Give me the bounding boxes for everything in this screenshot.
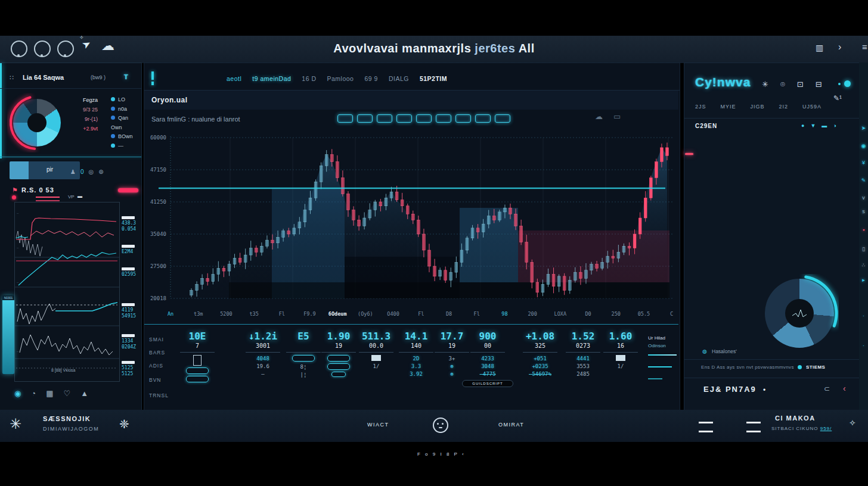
- svg-text:–: –: [17, 246, 19, 250]
- pill-icon[interactable]: [327, 355, 350, 362]
- sidebar-tool-icon[interactable]: ◔: [31, 389, 36, 398]
- sketch-icon[interactable]: ✎¹: [833, 94, 842, 102]
- menu-lines-icon[interactable]: [746, 422, 761, 432]
- pill-icon[interactable]: [327, 363, 350, 370]
- brush-icon[interactable]: [455, 114, 471, 123]
- svg-text:20018: 20018: [150, 295, 166, 301]
- curve-icon[interactable]: [475, 114, 491, 123]
- menu-item-6[interactable]: DIALG: [389, 75, 409, 82]
- sidebar-tool-icon[interactable]: ◉: [14, 389, 21, 398]
- thumb-action-icon[interactable]: ⊛: [98, 169, 103, 175]
- currency-icon[interactable]: ¥: [859, 160, 868, 166]
- tab-jigb[interactable]: JIGB: [751, 104, 765, 110]
- bars-icon[interactable]: [337, 114, 353, 123]
- menu-item-7[interactable]: 51P2TIM: [420, 75, 447, 82]
- cloud-icon[interactable]: ☁: [595, 112, 613, 121]
- menu-item-2[interactable]: t9 ameinDad: [252, 75, 291, 82]
- svg-text:LOXA: LOXA: [554, 311, 566, 317]
- s-icon[interactable]: s: [859, 208, 868, 214]
- pin-toggle[interactable]: T: [124, 73, 128, 80]
- pen-icon[interactable]: [377, 114, 392, 123]
- menu-item-3[interactable]: 16 D: [302, 75, 316, 82]
- dot-icon[interactable]: ·: [859, 313, 868, 319]
- svg-text:60000: 60000: [150, 135, 166, 141]
- pill-icon[interactable]: [186, 376, 209, 382]
- chevron-icon[interactable]: v: [859, 195, 868, 201]
- stat-column-1[interactable]: 10E7: [170, 331, 225, 384]
- plane-icon[interactable]: ➤: [859, 125, 868, 131]
- pill-icon[interactable]: [331, 372, 346, 377]
- lock-icon[interactable]: ⌾: [780, 80, 785, 89]
- collapse-icon[interactable]: ⊂: [824, 385, 830, 393]
- legend-key[interactable]: n0a: [111, 105, 141, 114]
- legend-key[interactable]: —: [111, 142, 141, 151]
- status-toggle[interactable]: [844, 80, 851, 87]
- tab-uj59a[interactable]: UJ59A: [802, 104, 822, 110]
- chevron-right-icon[interactable]: ›: [838, 42, 841, 52]
- grip-icon[interactable]: ∷: [10, 74, 14, 82]
- axis-value: 5125: [122, 371, 135, 377]
- panel-icon[interactable]: ▯: [859, 246, 868, 252]
- sparkline-frame: –––––: [14, 202, 120, 382]
- status-bar: ✳ SÆSSNOJIK DIMIAWIJAOGOM ❈ WIACT OMIRAT…: [0, 410, 868, 442]
- droplet-icon: [12, 195, 16, 200]
- sidebar-tool-icon[interactable]: ▲: [80, 389, 88, 398]
- dots-icon[interactable]: ∴: [859, 262, 868, 268]
- script-pill[interactable]: GUILDSCRIPT: [462, 380, 513, 387]
- face-icon[interactable]: [433, 418, 448, 433]
- stat-big-value: 1.60: [593, 331, 648, 342]
- menu-item-4[interactable]: Pamlooo: [327, 75, 354, 82]
- alert-pill[interactable]: [118, 188, 138, 192]
- play-icon[interactable]: ▸: [859, 277, 868, 283]
- frame-icon[interactable]: ▭: [613, 112, 631, 121]
- preview-thumbnail[interactable]: [10, 161, 80, 179]
- risk-donut-arc: [760, 274, 839, 353]
- snow-icon[interactable]: ❈: [119, 417, 129, 431]
- edit-icon[interactable]: ✎: [859, 177, 868, 183]
- tab-myie[interactable]: MYIE: [721, 104, 736, 110]
- gear-icon[interactable]: ✳: [762, 80, 768, 89]
- tab-2js[interactable]: 2JS: [695, 104, 706, 110]
- thumb-action-icon[interactable]: ♟: [70, 169, 76, 175]
- box-icon[interactable]: [416, 114, 432, 123]
- status-wiact[interactable]: WIACT: [367, 422, 389, 428]
- wave-icon[interactable]: [357, 114, 373, 123]
- back-icon[interactable]: ‹: [843, 384, 846, 393]
- sidebar-tool-icon[interactable]: ♡: [64, 389, 71, 398]
- vp-label: VP: [68, 194, 75, 200]
- flag-icon[interactable]: [436, 114, 451, 123]
- accent-sliver: [0, 63, 2, 158]
- vertical-scrollbar[interactable]: N0301: [2, 295, 14, 374]
- dock-left-icon[interactable]: [699, 422, 713, 432]
- sidebar-title: Lia 64 Saqwa: [23, 74, 64, 81]
- legend-key[interactable]: LO: [111, 95, 141, 105]
- status-omirat[interactable]: OMIRAT: [498, 422, 524, 428]
- columns-icon[interactable]: ▥: [816, 43, 823, 52]
- svg-text:t35: t35: [249, 311, 258, 317]
- footer-link[interactable]: 959/: [820, 426, 832, 431]
- sparkline-chart[interactable]: –––––: [15, 202, 119, 381]
- alert-icon[interactable]: ▪: [859, 227, 868, 233]
- tag-icon[interactable]: [495, 114, 510, 123]
- sparkle-icon[interactable]: ✧: [849, 418, 856, 428]
- legend-key[interactable]: Qan: [111, 114, 141, 123]
- burst-icon[interactable]: ✳: [10, 416, 21, 432]
- menu-item-1[interactable]: aeotl: [227, 75, 241, 82]
- layout-icon[interactable]: ⊟: [816, 80, 822, 89]
- sidebar-tool-icon[interactable]: ▦: [46, 389, 53, 398]
- hatch-icon[interactable]: [396, 114, 412, 123]
- pill-icon[interactable]: [186, 367, 209, 374]
- dot-icon[interactable]: ·: [859, 342, 868, 348]
- menu-item-5[interactable]: 69 9: [364, 75, 377, 82]
- tab-2i2[interactable]: 2I2: [779, 104, 789, 110]
- stat-column-8[interactable]: 9000042333048-4775GUILDSCRIPT: [460, 331, 515, 387]
- thumb-action-icon[interactable]: 0: [80, 169, 84, 175]
- stat-column-11[interactable]: 1.60161/: [593, 331, 648, 370]
- chart-icon[interactable]: ⊡: [797, 80, 804, 89]
- menu-icon[interactable]: ≡: [862, 42, 867, 52]
- target-icon[interactable]: ◉: [859, 143, 868, 149]
- bookmark-icon[interactable]: [151, 71, 154, 80]
- legend-key[interactable]: Own: [111, 123, 141, 133]
- thumb-action-icon[interactable]: ◎: [89, 169, 94, 175]
- legend-key[interactable]: BOwn: [111, 132, 141, 142]
